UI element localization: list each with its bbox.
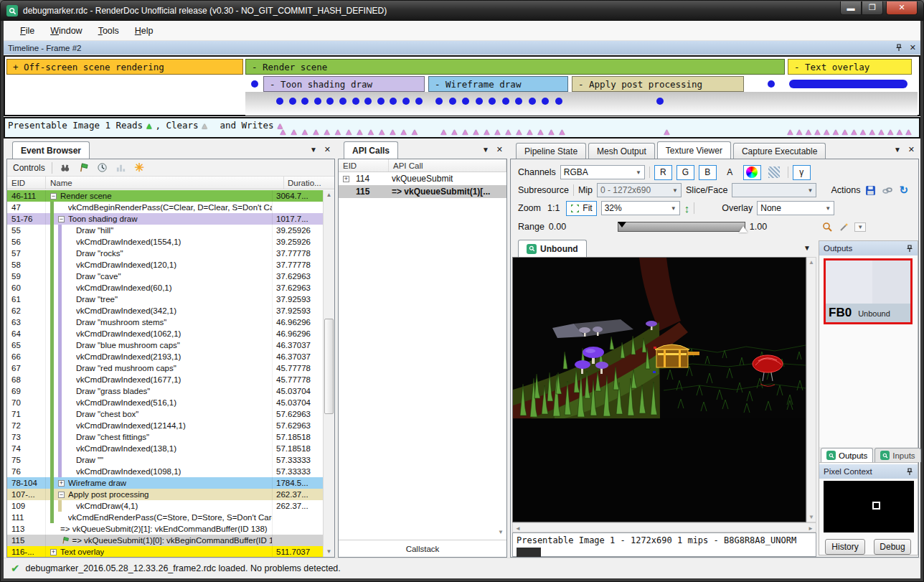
mip-select[interactable]: 0 - 1272x690▼	[597, 183, 682, 197]
event-row-58[interactable]: 58vkCmdDrawIndexed(120,1)37.77778	[7, 259, 323, 271]
menu-tools[interactable]: Tools	[92, 23, 126, 39]
time-draws-icon[interactable]	[96, 161, 108, 174]
timeline-bar-render-scene[interactable]: - Render scene	[245, 59, 785, 75]
callstack-section[interactable]: ▼ Callstack	[339, 540, 506, 557]
link-icon[interactable]	[881, 184, 893, 197]
write-marker-icon[interactable]: ▲	[877, 127, 886, 137]
duration-column-header[interactable]: Duratio...	[284, 177, 334, 189]
tab-api-calls[interactable]: API Calls	[344, 141, 398, 159]
event-dot[interactable]	[339, 98, 346, 105]
find-icon[interactable]	[59, 161, 71, 174]
tab-capture-executable[interactable]: Capture Executable	[733, 143, 826, 159]
range-options-icon[interactable]: ▼	[854, 222, 866, 232]
zoom-range-icon[interactable]	[821, 221, 834, 233]
menu-file[interactable]: File	[14, 23, 41, 39]
event-row-75[interactable]: 75Draw ""57.33333	[7, 454, 323, 466]
write-marker-icon[interactable]: ▲	[311, 127, 321, 137]
write-marker-icon[interactable]: ▲	[377, 127, 387, 137]
blue-channel-button[interactable]: B	[699, 165, 717, 180]
event-row-116-...[interactable]: 116-...+Text overlay511.7037	[7, 546, 323, 557]
pin-icon[interactable]	[906, 468, 913, 476]
write-marker-icon[interactable]: ▲	[482, 127, 491, 137]
event-row-66[interactable]: 66vkCmdDrawIndexed(2193,1)46.37037	[7, 351, 323, 362]
timeline-bar-text-overlay[interactable]: - Text overlay	[788, 59, 912, 75]
alpha-channel-button[interactable]: A	[721, 165, 739, 180]
maximize-button[interactable]: ❐	[862, 1, 883, 15]
callstack-collapse-icon[interactable]: ▼	[498, 529, 504, 535]
event-dot[interactable]	[314, 98, 321, 105]
eid-column-header[interactable]: EID	[7, 177, 46, 189]
write-marker-icon[interactable]: ▲	[514, 127, 524, 137]
write-marker-icon[interactable]: ▲	[813, 127, 822, 137]
write-marker-icon[interactable]: ▲	[301, 127, 310, 137]
write-marker-icon[interactable]: ▲	[410, 127, 420, 137]
event-dot[interactable]	[462, 98, 469, 105]
event-dot[interactable]	[542, 98, 549, 105]
event-dot[interactable]	[476, 98, 483, 105]
event-row-57[interactable]: 57Draw "rocks"37.77778	[7, 248, 323, 259]
event-row-109[interactable]: 109vkCmdDraw(4,1)262.37...	[7, 500, 323, 512]
write-marker-icon[interactable]: ▲	[344, 127, 354, 137]
texture-vertical-scrollbar[interactable]: ▲ ▼	[806, 257, 816, 522]
event-row-55[interactable]: 55Draw "hill"39.25926	[7, 225, 323, 236]
event-dot[interactable]	[656, 98, 664, 105]
event-row-68[interactable]: 68vkCmdDrawIndexed(1677,1)45.77778	[7, 374, 323, 385]
pixel-context-view[interactable]	[824, 481, 914, 532]
write-marker-icon[interactable]: ▲	[662, 127, 671, 137]
tab-mesh-output[interactable]: Mesh Output	[588, 143, 655, 159]
flip-y-icon[interactable]: ↕	[684, 202, 690, 215]
write-marker-icon[interactable]: ▲	[859, 127, 868, 137]
write-marker-icon[interactable]: ▲	[450, 127, 459, 137]
write-marker-icon[interactable]: ▲	[504, 127, 513, 137]
write-marker-icon[interactable]: ▲	[471, 127, 481, 137]
api-eid-column-header[interactable]: EID	[339, 159, 389, 172]
write-marker-icon[interactable]: ▲	[439, 127, 448, 137]
write-marker-icon[interactable]: ▲	[547, 127, 556, 137]
event-row-62[interactable]: 62vkCmdDrawIndexed(342,1)37.92593	[7, 305, 323, 316]
range-black-point-handle[interactable]	[618, 222, 626, 227]
expand-icon[interactable]: +	[343, 176, 349, 182]
pin-icon[interactable]	[906, 245, 913, 253]
event-dot[interactable]	[415, 98, 423, 105]
collapse-icon[interactable]: −	[50, 193, 57, 200]
write-marker-icon[interactable]: ▲	[334, 127, 343, 137]
minimize-button[interactable]: ▬	[840, 1, 862, 15]
texture-image[interactable]	[512, 257, 806, 522]
checkerboard-background-button[interactable]	[765, 165, 783, 180]
scroll-up-icon[interactable]: ▲	[324, 190, 334, 200]
timeline-usage-track[interactable]: Presentable Image 1 Reads▲, Clears▲ and …	[4, 117, 920, 139]
bookmark-icon[interactable]: ✳	[133, 161, 146, 174]
timeline-close-icon[interactable]: ✕	[910, 43, 916, 52]
history-button[interactable]: History	[825, 539, 865, 555]
event-row-72[interactable]: 72vkCmdDrawIndexed(12144,1)57.62963	[7, 420, 323, 431]
scrollbar-thumb[interactable]	[324, 319, 334, 414]
event-dot[interactable]	[435, 98, 443, 105]
timeline-bar-post-processing[interactable]: - Apply post processing	[572, 76, 744, 92]
event-dot[interactable]	[502, 98, 509, 105]
scroll-down-icon[interactable]: ▼	[324, 547, 334, 557]
green-channel-button[interactable]: G	[676, 165, 694, 180]
tab-outputs[interactable]: Outputs	[821, 448, 873, 462]
close-button[interactable]: ✕	[886, 1, 918, 15]
color-wheel-button[interactable]	[743, 165, 761, 180]
write-marker-icon[interactable]: ▲	[867, 127, 877, 137]
write-marker-icon[interactable]: ▲	[493, 127, 502, 137]
event-row-61[interactable]: 61Draw "tree"37.92593	[7, 294, 323, 305]
tab-inputs[interactable]: Inputs	[874, 448, 920, 462]
autofit-wand-icon[interactable]	[838, 221, 850, 233]
write-marker-icon[interactable]: ▲	[795, 127, 804, 137]
event-row-63[interactable]: 63Draw "mushroom stems"46.96296	[7, 316, 323, 328]
collapse-icon[interactable]: −	[58, 492, 65, 498]
event-row-67[interactable]: 67Draw "red mushroom caps"45.77778	[7, 362, 323, 374]
write-marker-icon[interactable]: ▲	[399, 127, 408, 137]
write-marker-icon[interactable]: ▲	[895, 127, 904, 137]
event-dot[interactable]	[529, 98, 536, 105]
menu-window[interactable]: Window	[44, 23, 88, 39]
event-dot[interactable]	[289, 98, 296, 105]
range-min-value[interactable]: 0.00	[549, 222, 592, 232]
event-row-70[interactable]: 70vkCmdDrawIndexed(516,1)45.03704	[7, 397, 323, 408]
tab-event-browser[interactable]: Event Browser	[12, 141, 90, 159]
fb0-thumbnail[interactable]: FB0 Unbound	[824, 258, 913, 324]
event-row-51-76[interactable]: 51-76−Toon shading draw1017.7...	[7, 213, 323, 225]
texture-viewer-close-icon[interactable]: ✕	[908, 145, 915, 154]
